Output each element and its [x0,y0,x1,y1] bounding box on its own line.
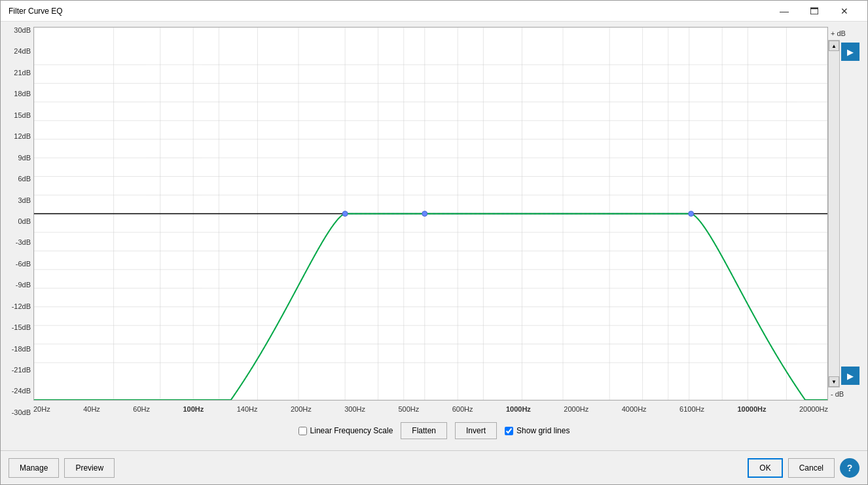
y-axis-label: -30dB [12,409,31,416]
footer-left: Manage Preview [9,458,115,478]
x-axis-label: 1000Hz [506,405,531,413]
y-axis-label: -6dB [16,260,31,268]
x-axis-label: 200Hz [291,405,312,413]
scroll-track [829,51,839,376]
help-button[interactable]: ? [840,458,859,478]
preview-button[interactable]: Preview [64,458,115,478]
y-axis-label: 21dB [14,69,31,77]
y-axis-label: 6dB [18,175,31,183]
footer-bar: Manage Preview OK Cancel ? [1,450,867,484]
minimize-button[interactable]: — [769,1,799,22]
main-window: Filter Curve EQ — 🗖 ✕ 30dB24dB21dB18dB15… [0,0,868,485]
x-axis-label: 10000Hz [737,405,766,413]
window-title: Filter Curve EQ [9,7,769,16]
title-controls: — 🗖 ✕ [769,1,859,22]
x-axis-label: 20000Hz [799,405,828,413]
vertical-scrollbar[interactable]: ▲ ▼ [828,40,840,387]
scroll-down-button[interactable]: ▼ [829,376,839,387]
linear-freq-checkbox-label[interactable]: Linear Frequency Scale [298,426,393,435]
y-axis-label: -9dB [16,281,31,289]
y-axis-label: -21dB [12,367,31,374]
x-axis-label: 6100Hz [679,405,704,413]
close-button[interactable]: ✕ [829,1,859,22]
x-axis-label: 4000Hz [622,405,647,413]
x-axis-label: 140Hz [237,405,258,413]
x-axis-label: 300Hz [344,405,365,413]
x-axis-label: 600Hz [452,405,473,413]
flatten-button[interactable]: Flatten [401,422,447,439]
y-axis-label: 12dB [14,133,31,140]
linear-freq-checkbox[interactable] [298,427,307,435]
scroll-up-button[interactable]: ▲ [829,41,839,51]
x-axis-label: 500Hz [398,405,419,413]
y-axis-label: 3dB [18,197,31,204]
y-axis-label: -3dB [16,239,31,246]
y-axis: 30dB24dB21dB18dB15dB12dB9dB6dB3dB0dB-3dB… [6,27,33,416]
x-axis-label: 100Hz [183,405,204,413]
x-axis-label: 20Hz [33,405,50,413]
linear-freq-label: Linear Frequency Scale [310,426,393,435]
eq-chart-canvas[interactable] [34,27,827,400]
x-axis-label: 40Hz [83,405,100,413]
y-axis-label: -18dB [12,346,31,353]
title-bar: Filter Curve EQ — 🗖 ✕ [1,1,867,22]
y-axis-label: 9dB [18,154,31,162]
cancel-button[interactable]: Cancel [788,458,835,478]
show-grid-label: Show grid lines [516,426,570,435]
y-axis-label: 24dB [14,48,31,55]
y-axis-label: -15dB [12,324,31,331]
x-axis-label: 60Hz [133,405,150,413]
chart-area [33,27,828,401]
upper-blue-arrow-button[interactable]: ▶ [841,43,859,61]
y-axis-label: 0dB [18,218,31,225]
y-axis-label: 30dB [14,27,31,34]
footer-right: OK Cancel ? [748,458,859,478]
invert-button[interactable]: Invert [455,422,497,439]
y-axis-label: -12dB [12,303,31,310]
ok-button[interactable]: OK [748,458,782,478]
plus-db-label: + dB [828,27,862,40]
chart-row: 30dB24dB21dB18dB15dB12dB9dB6dB3dB0dB-3dB… [6,27,862,416]
content-area: 30dB24dB21dB18dB15dB12dB9dB6dB3dB0dB-3dB… [1,22,867,450]
y-axis-label: 18dB [14,90,31,98]
x-axis-label: 2000Hz [564,405,588,413]
y-axis-label: 15dB [14,112,31,119]
x-axis-labels: 20Hz40Hz60Hz100Hz140Hz200Hz300Hz500Hz600… [33,402,862,416]
manage-button[interactable]: Manage [9,458,59,478]
minus-db-label: - dB [828,387,862,401]
show-grid-checkbox-label[interactable]: Show grid lines [505,426,570,435]
show-grid-checkbox[interactable] [505,427,513,435]
y-axis-label: -24dB [12,387,31,395]
controls-bar: Linear Frequency Scale Flatten Invert Sh… [6,416,862,445]
maximize-button[interactable]: 🗖 [799,1,829,22]
lower-blue-arrow-button[interactable]: ▶ [841,367,859,385]
